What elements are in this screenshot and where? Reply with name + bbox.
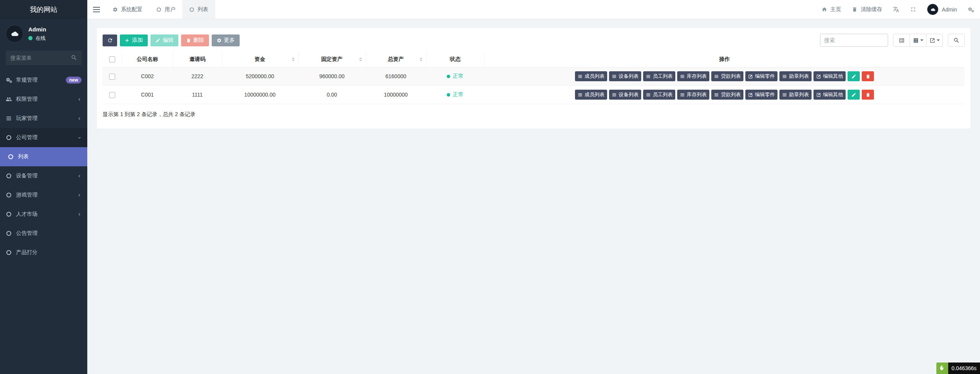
row-checkbox[interactable] xyxy=(109,92,115,98)
more-button[interactable]: 更多 xyxy=(212,34,240,46)
edit-row-button[interactable] xyxy=(848,90,860,100)
column-label: 邀请码 xyxy=(189,56,206,62)
delete-row-button[interactable] xyxy=(862,71,874,81)
delete-button[interactable]: 删除 xyxy=(181,34,209,46)
edit-parts-button[interactable]: 编辑零件 xyxy=(745,90,777,100)
user-status-label: 在线 xyxy=(36,35,46,42)
sort-icon[interactable] xyxy=(292,57,295,61)
sidebar-item-company[interactable]: 公司管理 xyxy=(0,128,87,147)
members-list-button[interactable]: 成员列表 xyxy=(575,90,607,100)
sort-icon[interactable] xyxy=(359,57,362,61)
sidebar-toggle-button[interactable] xyxy=(87,0,106,19)
select-all-checkbox[interactable] xyxy=(109,56,115,62)
action-label: 设备列表 xyxy=(619,91,639,98)
user-name: Admin xyxy=(28,26,46,33)
sidebar-item-games[interactable]: 游戏管理 xyxy=(0,185,87,205)
sort-icon[interactable] xyxy=(420,57,423,61)
search-icon xyxy=(953,37,960,44)
edit-parts-button[interactable]: 编辑零件 xyxy=(745,71,777,81)
sidebar-item-label: 设备管理 xyxy=(16,172,38,179)
edit-other-button[interactable]: 编辑其他 xyxy=(813,90,846,100)
action-label: 编辑其他 xyxy=(823,73,843,80)
table-panel: 添加 编辑 删除 更多 公司名称 xyxy=(97,28,970,129)
pencil-icon xyxy=(851,92,856,97)
tab-system-config[interactable]: 系统配置 xyxy=(106,0,149,19)
translate-icon xyxy=(893,6,899,13)
action-label: 编辑零件 xyxy=(755,91,775,98)
clear-cache-button[interactable]: 清除缓存 xyxy=(846,0,887,19)
edit-row-button[interactable] xyxy=(848,71,860,81)
column-header-invite[interactable]: 邀请码 xyxy=(173,52,222,67)
columns-button[interactable] xyxy=(910,34,926,47)
employees-list-button[interactable]: 员工列表 xyxy=(643,71,675,81)
sidebar-item-general[interactable]: 常规管理 new xyxy=(0,71,87,90)
table-search-input[interactable] xyxy=(820,34,888,47)
column-header-status[interactable]: 状态 xyxy=(426,52,484,67)
list-icon xyxy=(612,92,617,97)
action-label: 员工列表 xyxy=(653,91,673,98)
medals-list-button[interactable]: 勋章列表 xyxy=(779,71,812,81)
cell-funds: 10000000.00 xyxy=(222,85,298,104)
sidebar-item-announcements[interactable]: 公告管理 xyxy=(0,224,87,243)
user-menu[interactable]: Admin xyxy=(922,0,962,19)
caret-down-icon xyxy=(937,39,940,41)
table-row[interactable]: C001 1111 10000000.00 0.00 10000000 正常 成… xyxy=(103,85,965,104)
loans-list-button[interactable]: 贷款列表 xyxy=(711,71,743,81)
edit-button[interactable]: 编辑 xyxy=(150,34,178,46)
menu-search-input[interactable] xyxy=(6,51,82,65)
members-list-button[interactable]: 成员列表 xyxy=(575,71,607,81)
table-header-row: 公司名称 邀请码 资金 固定资产 总资产 状态 操作 xyxy=(103,52,965,67)
search-toggle-button[interactable] xyxy=(948,34,965,47)
sidebar-item-devices[interactable]: 设备管理 xyxy=(0,166,87,185)
pencil-icon xyxy=(851,74,856,79)
tab-label: 列表 xyxy=(198,6,208,13)
devices-list-button[interactable]: 设备列表 xyxy=(609,90,641,100)
edit-square-icon xyxy=(816,92,821,97)
edit-other-button[interactable]: 编辑其他 xyxy=(813,71,846,81)
table-row[interactable]: C002 2222 5200000.00 960000.00 6160000 正… xyxy=(103,67,965,85)
inventory-list-button[interactable]: 库存列表 xyxy=(677,90,709,100)
column-label: 资金 xyxy=(255,56,265,62)
tab-users[interactable]: 用户 xyxy=(149,0,182,19)
refresh-button[interactable] xyxy=(103,34,117,46)
avatar[interactable] xyxy=(6,25,23,43)
list-icon xyxy=(680,74,685,79)
pencil-icon xyxy=(155,38,160,43)
status-label: 正常 xyxy=(453,91,464,98)
column-header-name[interactable]: 公司名称 xyxy=(122,52,173,67)
delete-row-button[interactable] xyxy=(862,90,874,100)
trash-icon xyxy=(186,38,191,43)
cell-company-name: C001 xyxy=(122,85,173,104)
employees-list-button[interactable]: 员工列表 xyxy=(643,90,675,100)
tab-list[interactable]: 列表 xyxy=(182,0,215,19)
loans-list-button[interactable]: 贷款列表 xyxy=(711,90,743,100)
export-icon xyxy=(929,38,935,43)
fullscreen-icon xyxy=(910,6,916,13)
circle-icon xyxy=(189,7,194,12)
users-icon xyxy=(6,96,12,102)
inventory-list-button[interactable]: 库存列表 xyxy=(677,71,709,81)
medals-list-button[interactable]: 勋章列表 xyxy=(779,90,812,100)
column-header-fixed-assets[interactable]: 固定资产 xyxy=(298,52,366,67)
detail-view-button[interactable] xyxy=(893,34,910,47)
sidebar-item-permissions[interactable]: 权限管理 xyxy=(0,90,87,109)
sidebar-item-players[interactable]: 玩家管理 xyxy=(0,109,87,128)
fullscreen-button[interactable] xyxy=(905,0,922,19)
sidebar-item-company-list[interactable]: 列表 xyxy=(0,147,87,166)
clear-cache-label: 清除缓存 xyxy=(861,6,882,13)
devices-list-button[interactable]: 设备列表 xyxy=(609,71,641,81)
sidebar-item-product-rating[interactable]: 产品打分 xyxy=(0,243,87,262)
home-link[interactable]: 主页 xyxy=(816,0,846,19)
column-header-total-assets[interactable]: 总资产 xyxy=(366,52,426,67)
column-header-funds[interactable]: 资金 xyxy=(222,52,298,67)
detail-view-icon xyxy=(899,38,905,43)
sidebar-item-talent-market[interactable]: 人才市场 xyxy=(0,205,87,224)
add-button[interactable]: 添加 xyxy=(120,34,148,46)
row-checkbox[interactable] xyxy=(109,74,115,80)
export-button[interactable] xyxy=(926,34,943,47)
select-all-header[interactable] xyxy=(103,52,122,67)
status-badge: 正常 xyxy=(447,91,464,98)
settings-menu-button[interactable] xyxy=(962,0,980,19)
language-switch-button[interactable] xyxy=(887,0,905,19)
sidebar-item-label: 玩家管理 xyxy=(16,115,38,122)
